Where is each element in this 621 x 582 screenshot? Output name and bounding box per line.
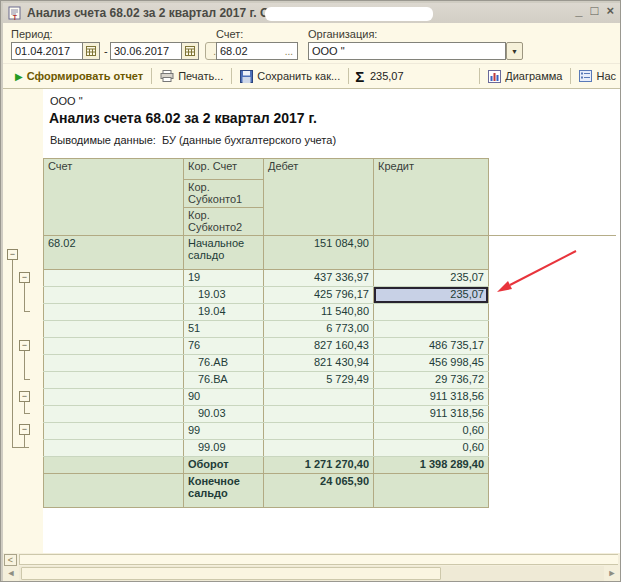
cell-debet[interactable]: 1 271 270,40 — [264, 457, 374, 474]
cell-schet[interactable] — [44, 304, 184, 321]
generate-report-button[interactable]: ▶ Сформировать отчет — [11, 68, 147, 84]
cell-kor[interactable]: 19.03 — [184, 287, 264, 304]
sum-sigma-icon[interactable]: Σ — [353, 68, 366, 85]
column-header-kor-schet[interactable]: Кор. Счет — [184, 159, 264, 180]
close-button[interactable]: × — [606, 3, 614, 18]
cell-kor[interactable]: 99 — [184, 423, 264, 440]
scroll-right-button[interactable]: ► — [604, 566, 620, 581]
cell-debet[interactable]: 425 796,17 — [264, 287, 374, 304]
cell-kor[interactable]: Конечное сальдо — [184, 474, 264, 508]
cell-kredit[interactable]: 911 318,56 — [374, 406, 489, 423]
cell-kredit[interactable]: 29 736,72 — [374, 372, 489, 389]
cell-debet[interactable] — [264, 406, 374, 423]
cell-schet[interactable] — [44, 287, 184, 304]
title-bar[interactable]: T Анализ счета 68.02 за 2 квартал 2017 г… — [3, 3, 620, 23]
collapse-button-68-02[interactable]: − — [7, 249, 18, 260]
cell-kredit[interactable]: 1 398 289,40 — [374, 457, 489, 474]
cell-kor[interactable]: Оборот — [184, 457, 264, 474]
collapse-button-19[interactable]: − — [19, 272, 30, 283]
cell-kor[interactable]: 76 — [184, 338, 264, 355]
cell-debet[interactable] — [264, 423, 374, 440]
collapse-button-99[interactable]: − — [19, 424, 30, 435]
cell-debet[interactable] — [264, 440, 374, 457]
cell-schet[interactable] — [44, 423, 184, 440]
cell-schet[interactable] — [44, 372, 184, 389]
column-header-debet[interactable]: Дебет — [264, 159, 374, 236]
cell-kredit[interactable]: 486 735,17 — [374, 338, 489, 355]
table-row: 516 773,00 — [44, 321, 489, 338]
date-from-calendar-button[interactable] — [83, 42, 100, 60]
cell-kor[interactable]: 76.ВА — [184, 372, 264, 389]
cell-schet[interactable] — [44, 457, 184, 474]
date-to-input[interactable]: 30.06.2017 — [110, 42, 182, 60]
cell-schet[interactable] — [44, 321, 184, 338]
cell-schet[interactable] — [44, 474, 184, 508]
account-value: 68.02 — [220, 45, 248, 57]
cell-kor[interactable]: 51 — [184, 321, 264, 338]
grouping-tree-strip — [3, 89, 43, 553]
cell-schet[interactable] — [44, 406, 184, 423]
cell-kredit[interactable]: 235,07 — [374, 270, 489, 287]
print-button[interactable]: Печать... — [156, 68, 227, 84]
collapse-button-90[interactable]: − — [19, 391, 30, 402]
sum-value: 235,07 — [366, 70, 407, 82]
cell-kredit[interactable]: 456 998,45 — [374, 355, 489, 372]
cell-kor[interactable]: 19.04 — [184, 304, 264, 321]
account-choose-button[interactable]: ... — [285, 46, 293, 57]
cell-debet[interactable] — [264, 389, 374, 406]
cell-kredit[interactable] — [374, 236, 489, 270]
cell-debet[interactable]: 437 336,97 — [264, 270, 374, 287]
date-from-input[interactable]: 01.04.2017 — [11, 42, 83, 60]
collapse-button-76[interactable]: − — [19, 340, 30, 351]
cell-kredit[interactable] — [374, 474, 489, 508]
cell-debet[interactable]: 24 065,90 — [264, 474, 374, 508]
tree-line — [24, 351, 25, 379]
cell-debet[interactable]: 827 160,43 — [264, 338, 374, 355]
cell-schet[interactable]: 68.02 — [44, 236, 184, 270]
cell-schet[interactable] — [44, 270, 184, 287]
cell-kor[interactable]: 90.03 — [184, 406, 264, 423]
cell-kredit[interactable] — [374, 321, 489, 338]
minimize-button[interactable]: _ — [575, 3, 582, 18]
cell-kor[interactable]: 99.09 — [184, 440, 264, 457]
scrollbar-thumb[interactable] — [21, 567, 441, 580]
cell-schet[interactable] — [44, 440, 184, 457]
settings-button[interactable]: Нас — [575, 68, 620, 84]
cell-kredit[interactable]: 0,60 — [374, 440, 489, 457]
table-row: 19.03425 796,17235,07 — [44, 287, 489, 304]
cell-kredit[interactable]: 911 318,56 — [374, 389, 489, 406]
cell-debet[interactable]: 5 729,49 — [264, 372, 374, 389]
account-input[interactable]: 68.02 ... — [216, 42, 298, 60]
cell-schet[interactable] — [44, 389, 184, 406]
cell-kredit[interactable] — [374, 304, 489, 321]
cell-kredit[interactable]: 0,60 — [374, 423, 489, 440]
scroll-left-button[interactable]: ◄ — [3, 566, 19, 581]
cell-debet[interactable]: 151 084,90 — [264, 236, 374, 270]
column-header-kor-sub1[interactable]: Кор. Субконто1 — [184, 180, 264, 208]
cell-schet[interactable] — [44, 355, 184, 372]
cell-debet[interactable]: 821 430,94 — [264, 355, 374, 372]
cell-schet[interactable] — [44, 338, 184, 355]
column-header-kor-sub2[interactable]: Кор. Субконто2 — [184, 208, 264, 236]
column-header-kredit[interactable]: Кредит — [374, 159, 489, 236]
cell-kor[interactable]: 19 — [184, 270, 264, 287]
cell-kredit[interactable]: 235,07 — [374, 287, 489, 304]
cell-kor[interactable]: Начальное сальдо — [184, 236, 264, 270]
maximize-button[interactable]: □ — [591, 3, 599, 18]
date-to-calendar-button[interactable] — [182, 42, 199, 60]
horizontal-scrollbar[interactable]: ◄ ► — [3, 566, 620, 581]
organization-dropdown-button[interactable]: ▼ — [506, 42, 523, 60]
report-toolbar: ▶ Сформировать отчет Печать... Сохранить… — [3, 63, 620, 89]
cell-kor[interactable]: 90 — [184, 389, 264, 406]
cell-debet[interactable]: 6 773,00 — [264, 321, 374, 338]
diagram-button[interactable]: Диаграмма — [484, 68, 566, 85]
save-as-button[interactable]: Сохранить как... — [236, 68, 344, 85]
chevron-left-button[interactable]: < — [4, 554, 17, 566]
column-header-schet[interactable]: Счет — [44, 159, 184, 236]
tree-line — [24, 283, 25, 311]
organization-input[interactable]: ООО " — [308, 42, 506, 60]
cell-debet[interactable]: 11 540,80 — [264, 304, 374, 321]
cell-kor[interactable]: 76.АВ — [184, 355, 264, 372]
calendar-icon — [185, 46, 195, 56]
report-org-line: ООО " — [50, 95, 83, 107]
